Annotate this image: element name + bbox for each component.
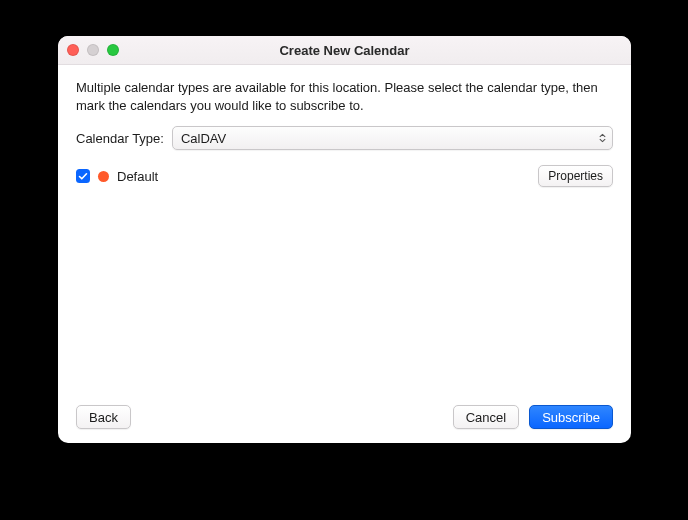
dialog-footer: Back Cancel Subscribe (76, 397, 613, 429)
calendar-list: Default Properties (76, 164, 613, 397)
titlebar: Create New Calendar (58, 36, 631, 65)
dialog-content: Multiple calendar types are available fo… (58, 65, 631, 443)
calendar-name: Default (117, 169, 530, 184)
zoom-icon[interactable] (107, 44, 119, 56)
dialog-window: Create New Calendar Multiple calendar ty… (58, 36, 631, 443)
subscribe-checkbox[interactable] (76, 169, 90, 183)
subscribe-button[interactable]: Subscribe (529, 405, 613, 429)
window-controls (67, 44, 119, 56)
calendar-type-row: Calendar Type: CalDAV (76, 126, 613, 150)
cancel-button[interactable]: Cancel (453, 405, 519, 429)
calendar-type-select[interactable]: CalDAV (172, 126, 613, 150)
back-button[interactable]: Back (76, 405, 131, 429)
calendar-color-icon (98, 171, 109, 182)
chevron-up-down-icon (599, 134, 606, 143)
minimize-icon (87, 44, 99, 56)
list-item: Default Properties (76, 164, 613, 188)
close-icon[interactable] (67, 44, 79, 56)
window-title: Create New Calendar (279, 43, 409, 58)
instructions-text: Multiple calendar types are available fo… (76, 79, 613, 114)
calendar-type-value: CalDAV (181, 131, 226, 146)
calendar-type-label: Calendar Type: (76, 131, 164, 146)
properties-button[interactable]: Properties (538, 165, 613, 187)
